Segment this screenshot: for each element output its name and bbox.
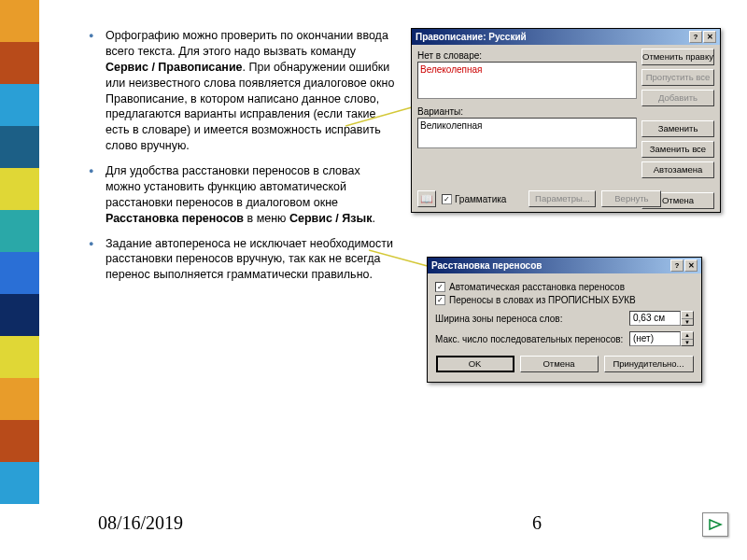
ok-button[interactable]: OK xyxy=(436,356,514,372)
decorative-stripe-sidebar xyxy=(0,0,39,504)
book-icon[interactable]: 📖 xyxy=(417,190,436,207)
close-button[interactable]: ✕ xyxy=(684,259,698,272)
bullet-2: Для удобства расстановки переносов в сло… xyxy=(89,163,397,227)
spelling-dialog-titlebar: Правописание: Русский ? ✕ xyxy=(412,29,720,45)
replace-all-button[interactable]: Заменить все xyxy=(641,141,714,158)
add-button[interactable]: Добавить xyxy=(641,90,714,106)
hyphenation-dialog: Расстановка переносов ? ✕ ✓Автоматическа… xyxy=(427,257,702,383)
max-hyphens-input[interactable]: (нет) xyxy=(629,331,681,346)
variants-listbox[interactable]: Великолепная xyxy=(417,118,637,148)
bullet-3: Задание автопереноса не исключает необхо… xyxy=(89,236,397,284)
next-slide-button[interactable] xyxy=(702,512,728,537)
footer-page-number: 6 xyxy=(532,512,542,534)
return-button[interactable]: Вернуть xyxy=(601,190,661,207)
cancel-button[interactable]: Отмена xyxy=(520,356,599,372)
caps-hyphen-checkbox[interactable]: ✓Переносы в словах из ПРОПИСНЫХ БУКВ xyxy=(435,295,694,305)
max-hyphens-label: Макс. число последовательных переносов: xyxy=(435,334,623,344)
svg-marker-4 xyxy=(710,520,721,529)
params-button[interactable]: Параметры... xyxy=(529,190,596,207)
auto-hyphen-checkbox[interactable]: ✓Автоматическая расстановка переносов xyxy=(435,282,694,292)
grammar-checkbox[interactable]: ✓Грамматика xyxy=(442,194,506,204)
zone-width-spinner[interactable]: ▲▼ xyxy=(681,311,694,326)
spelling-dialog: Правописание: Русский ? ✕ Нет в словаре:… xyxy=(411,28,721,213)
close-button[interactable]: ✕ xyxy=(703,31,716,43)
hyphenation-dialog-titlebar: Расстановка переносов ? ✕ xyxy=(428,258,701,273)
help-button[interactable]: ? xyxy=(689,31,702,43)
spelling-dialog-title: Правописание: Русский xyxy=(416,32,527,42)
slide-text-content: Орфографию можно проверить по окончании … xyxy=(89,28,397,292)
bullet-1: Орфографию можно проверить по окончании … xyxy=(89,28,397,154)
undo-edit-button[interactable]: Отменить правку xyxy=(641,49,714,65)
help-button[interactable]: ? xyxy=(670,259,684,272)
footer-date: 08/16/2019 xyxy=(98,512,183,534)
replace-button[interactable]: Заменить xyxy=(641,120,714,137)
force-button[interactable]: Принудительно... xyxy=(604,356,694,372)
not-in-dict-textbox[interactable]: Велеколепная xyxy=(417,62,637,99)
hyphenation-dialog-title: Расстановка переносов xyxy=(431,260,542,271)
zone-width-label: Ширина зоны переноса слов: xyxy=(435,314,562,324)
zone-width-input[interactable]: 0,63 см xyxy=(629,311,681,326)
autoreplace-button[interactable]: Автозамена xyxy=(641,161,714,178)
skip-all-button[interactable]: Пропустить все xyxy=(641,69,714,86)
max-hyphens-spinner[interactable]: ▲▼ xyxy=(681,331,694,346)
